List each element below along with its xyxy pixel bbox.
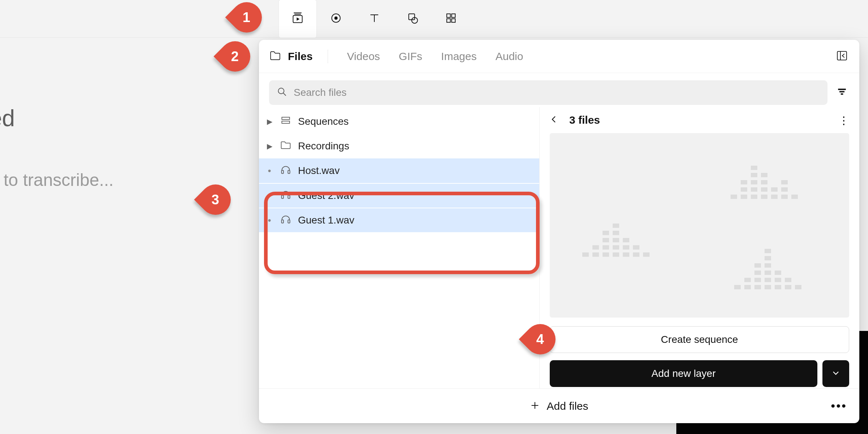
tree-sequences[interactable]: ▶ Sequences xyxy=(259,109,539,134)
tab-images[interactable]: Images xyxy=(441,50,477,63)
preview-pane: 3 files ⋮ xyxy=(540,107,859,388)
selection-count: 3 files xyxy=(569,114,600,126)
waveform-icon xyxy=(582,224,650,257)
caret-right-icon: ▶ xyxy=(265,142,273,150)
search-icon xyxy=(277,87,287,98)
back-button[interactable] xyxy=(550,115,561,125)
file-row[interactable]: • Host.wav xyxy=(259,158,539,183)
bullet-icon: • xyxy=(265,215,273,226)
text-icon xyxy=(368,12,381,26)
bullet-icon: • xyxy=(265,190,273,201)
tree-sequences-label: Sequences xyxy=(298,116,349,127)
chevron-left-icon xyxy=(550,119,558,125)
waveform-icon xyxy=(731,166,798,199)
search-box[interactable] xyxy=(269,80,827,105)
add-files-button[interactable]: Add files xyxy=(546,400,588,412)
media-play-icon xyxy=(291,12,304,26)
audio-file-icon xyxy=(280,164,292,178)
bg-placeholder-fragment: e to transcribe... xyxy=(0,170,114,190)
grid-icon xyxy=(444,12,458,26)
tab-videos[interactable]: Videos xyxy=(347,50,380,63)
plus-icon xyxy=(530,400,540,412)
tab-gifs[interactable]: GIFs xyxy=(399,50,422,63)
annotation-callout-2: 2 xyxy=(214,35,257,78)
text-tool-button[interactable] xyxy=(355,0,393,38)
svg-point-10 xyxy=(278,88,284,94)
chevron-down-icon xyxy=(831,369,840,379)
audio-file-icon xyxy=(280,213,292,227)
filter-button[interactable] xyxy=(835,85,849,100)
svg-rect-15 xyxy=(282,121,289,123)
svg-rect-14 xyxy=(282,117,289,119)
caret-right-icon: ▶ xyxy=(265,117,273,126)
svg-rect-13 xyxy=(841,94,843,95)
file-name: Guest 2.wav xyxy=(298,190,354,201)
tab-audio[interactable]: Audio xyxy=(495,50,523,63)
svg-rect-19 xyxy=(288,195,290,198)
kebab-icon: ⋮ xyxy=(838,114,850,126)
main-toolbar xyxy=(0,0,868,38)
svg-rect-8 xyxy=(452,18,455,22)
bg-title-fragment: ed xyxy=(0,105,15,132)
tab-files[interactable]: Files xyxy=(269,50,328,63)
file-name: Guest 1.wav xyxy=(298,214,354,226)
tree-recordings-label: Recordings xyxy=(298,140,349,152)
footer-more-button[interactable]: ••• xyxy=(831,399,847,413)
more-options-button[interactable]: ⋮ xyxy=(838,114,849,127)
audio-file-icon xyxy=(280,189,292,203)
svg-rect-7 xyxy=(447,18,450,22)
panel-collapse-icon xyxy=(836,50,848,63)
shapes-tool-button[interactable] xyxy=(393,0,432,38)
collapse-panel-button[interactable] xyxy=(835,49,849,64)
popover-tabs-row: Files Videos GIFs Images Audio xyxy=(259,40,859,73)
file-row[interactable]: • Guest 2.wav xyxy=(259,183,539,208)
shapes-icon xyxy=(406,12,419,26)
file-row[interactable]: • Guest 1.wav xyxy=(259,208,539,232)
add-new-layer-dropdown[interactable] xyxy=(822,360,849,387)
svg-rect-18 xyxy=(281,195,283,198)
popover-footer: Add files ••• xyxy=(259,388,859,423)
tab-files-label: Files xyxy=(288,50,312,63)
svg-rect-5 xyxy=(447,14,450,17)
media-library-button[interactable] xyxy=(278,0,317,38)
add-new-layer-button[interactable]: Add new layer xyxy=(550,360,817,387)
record-icon xyxy=(329,12,342,26)
record-button[interactable] xyxy=(317,0,355,38)
file-tree: ▶ Sequences ▶ Recordings • xyxy=(259,107,540,388)
folder-icon xyxy=(269,50,281,63)
tree-recordings[interactable]: ▶ Recordings xyxy=(259,134,539,158)
svg-rect-20 xyxy=(281,220,283,223)
create-sequence-button[interactable]: Create sequence xyxy=(550,326,849,353)
svg-rect-11 xyxy=(838,89,846,90)
svg-rect-12 xyxy=(840,91,844,92)
svg-rect-6 xyxy=(452,14,455,17)
audio-preview xyxy=(550,133,849,318)
file-name: Host.wav xyxy=(298,165,340,176)
files-popover: Files Videos GIFs Images Audio xyxy=(259,40,859,423)
annotation-callout-3: 3 xyxy=(194,178,237,221)
stack-icon xyxy=(280,115,292,129)
svg-rect-17 xyxy=(288,170,290,173)
svg-rect-3 xyxy=(409,14,414,20)
svg-rect-21 xyxy=(288,220,290,223)
svg-point-2 xyxy=(335,16,338,20)
search-input[interactable] xyxy=(294,87,820,98)
filter-icon xyxy=(837,87,847,98)
templates-button[interactable] xyxy=(432,0,470,38)
bullet-icon: • xyxy=(265,165,273,176)
svg-rect-16 xyxy=(281,170,283,173)
ellipsis-icon: ••• xyxy=(831,399,847,413)
waveform-icon xyxy=(734,249,801,289)
folder-icon xyxy=(280,139,292,153)
